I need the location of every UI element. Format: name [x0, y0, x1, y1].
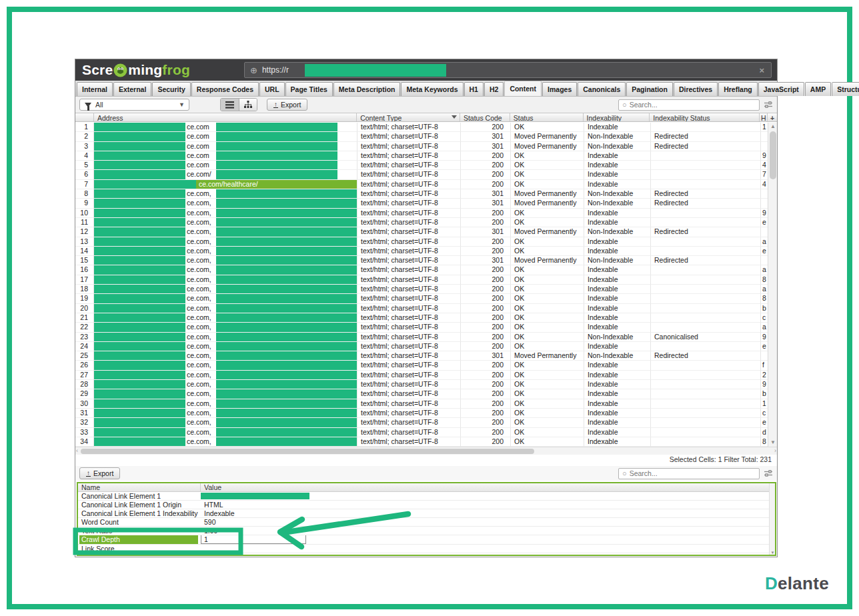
address-column-header[interactable]: Address — [94, 113, 357, 121]
status-code-cell[interactable]: 301 — [461, 199, 511, 208]
status-code-cell[interactable]: 200 — [461, 247, 511, 256]
tree-view-button[interactable] — [239, 99, 257, 111]
indexability-cell[interactable]: Non-Indexable — [584, 351, 651, 361]
indexability-status-cell[interactable]: Redirected — [651, 227, 761, 237]
table-row[interactable]: 21ce.com,text/html; charset=UTF-8200OKIn… — [75, 313, 769, 323]
status-cell[interactable]: OK — [511, 237, 584, 247]
content-type-column-header[interactable]: Content Type — [357, 113, 460, 121]
indexability-status-cell[interactable]: Redirected — [651, 189, 761, 199]
row-number-cell[interactable]: 32 — [75, 418, 94, 427]
export-button[interactable]: ↑ Export — [267, 99, 307, 111]
row-number-cell[interactable]: 27 — [75, 371, 94, 380]
content-type-cell[interactable]: text/html; charset=UTF-8 — [357, 275, 461, 285]
status-code-cell[interactable]: 200 — [461, 380, 511, 389]
indexability-status-column-header[interactable]: Indexability Status — [650, 113, 760, 121]
row-number-cell[interactable]: 2 — [75, 132, 94, 141]
detail-row[interactable]: Canonical Link Element 1 IndexabilityInd… — [78, 509, 775, 518]
indexability-status-cell[interactable] — [651, 389, 761, 399]
content-type-cell[interactable]: text/html; charset=UTF-8 — [357, 209, 461, 218]
status-code-cell[interactable]: 200 — [461, 313, 511, 323]
table-row[interactable]: 18ce.com,text/html; charset=UTF-8200OKIn… — [75, 285, 769, 294]
status-code-cell[interactable]: 200 — [461, 389, 511, 399]
row-number-cell[interactable]: 31 — [75, 409, 94, 418]
content-type-cell[interactable]: text/html; charset=UTF-8 — [357, 237, 461, 247]
row-number-cell[interactable]: 26 — [75, 361, 94, 370]
detail-name-header[interactable]: Name — [78, 483, 201, 491]
address-cell[interactable]: ce.com, — [94, 380, 357, 389]
status-code-cell[interactable]: 200 — [461, 418, 511, 427]
tab-h1[interactable]: H1 — [464, 82, 484, 96]
table-row[interactable]: 31ce.com,text/html; charset=UTF-8200OKIn… — [75, 409, 769, 418]
tab-url[interactable]: URL — [259, 82, 285, 96]
indexability-cell[interactable]: Indexable — [584, 409, 651, 418]
indexability-status-cell[interactable] — [651, 380, 761, 389]
tab-structured-data[interactable]: Structured Data — [832, 82, 859, 96]
status-cell[interactable]: OK — [511, 323, 584, 332]
horizontal-scroll-thumb[interactable] — [81, 449, 534, 454]
status-code-cell[interactable]: 200 — [461, 399, 511, 409]
row-number-cell[interactable]: 15 — [75, 256, 94, 265]
status-cell[interactable]: OK — [511, 418, 584, 427]
indexability-status-cell[interactable] — [651, 323, 761, 332]
status-cell[interactable]: OK — [511, 218, 584, 227]
status-code-cell[interactable]: 301 — [461, 351, 511, 361]
indexability-status-cell[interactable] — [651, 313, 761, 323]
address-cell[interactable]: ce.com, — [94, 428, 357, 437]
status-code-cell[interactable]: 200 — [461, 437, 511, 447]
content-type-cell[interactable]: text/html; charset=UTF-8 — [357, 161, 461, 170]
address-cell[interactable]: ce.com, — [94, 237, 357, 247]
status-cell[interactable]: OK — [511, 180, 584, 189]
detail-export-button[interactable]: ↑ Export — [79, 467, 120, 479]
address-cell[interactable]: ce.com, — [94, 209, 357, 218]
row-number-cell[interactable]: 22 — [75, 323, 94, 332]
status-code-cell[interactable]: 200 — [461, 218, 511, 227]
indexability-status-cell[interactable] — [651, 237, 761, 247]
address-cell[interactable]: ce.com, — [94, 437, 357, 447]
indexability-cell[interactable]: Indexable — [584, 313, 651, 323]
address-cell[interactable]: ce.com, — [94, 389, 357, 399]
address-cell[interactable]: ce.com, — [94, 323, 357, 332]
address-cell[interactable]: ce.com, — [94, 218, 357, 227]
content-type-cell[interactable]: text/html; charset=UTF-8 — [357, 218, 461, 227]
row-number-cell[interactable]: 25 — [75, 351, 94, 361]
row-number-cell[interactable]: 17 — [75, 275, 94, 285]
content-type-cell[interactable]: text/html; charset=UTF-8 — [357, 256, 461, 265]
status-cell[interactable]: OK — [511, 409, 584, 418]
indexability-status-cell[interactable]: Redirected — [651, 199, 761, 208]
table-row[interactable]: 5ce.comtext/html; charset=UTF-8200OKInde… — [75, 161, 769, 170]
tab-meta-keywords[interactable]: Meta Keywords — [401, 82, 463, 96]
status-cell[interactable]: OK — [511, 313, 584, 323]
table-row[interactable]: 30ce.com,text/html; charset=UTF-8200OKIn… — [75, 399, 769, 409]
row-number-cell[interactable]: 1 — [75, 123, 94, 132]
indexability-status-cell[interactable]: Canonicalised — [651, 333, 761, 342]
indexability-status-cell[interactable] — [651, 209, 761, 218]
table-row[interactable]: 22ce.com,text/html; charset=UTF-8200OKIn… — [75, 323, 769, 332]
status-cell[interactable]: OK — [511, 209, 584, 218]
detail-filter-settings-icon[interactable] — [764, 469, 773, 478]
indexability-status-cell[interactable] — [651, 285, 761, 294]
status-code-cell[interactable]: 200 — [461, 428, 511, 437]
table-row[interactable]: 33ce.com,text/html; charset=UTF-8200OKIn… — [75, 428, 769, 437]
indexability-cell[interactable]: Indexable — [584, 342, 651, 351]
indexability-cell[interactable]: Indexable — [584, 437, 651, 447]
address-cell[interactable]: ce.com/ — [94, 170, 357, 179]
indexability-status-cell[interactable] — [651, 399, 761, 409]
status-cell[interactable]: OK — [511, 389, 584, 399]
indexability-cell[interactable]: Non-Indexable — [584, 256, 651, 265]
tab-security[interactable]: Security — [152, 82, 190, 96]
indexability-cell[interactable]: Non-Indexable — [584, 189, 651, 199]
status-cell[interactable]: OK — [511, 304, 584, 313]
tab-javascript[interactable]: JavaScript — [758, 82, 804, 96]
table-row[interactable]: 15ce.com,text/html; charset=UTF-8301Move… — [75, 256, 769, 265]
status-code-cell[interactable]: 200 — [461, 409, 511, 418]
indexability-cell[interactable]: Non-Indexable — [584, 227, 651, 237]
status-code-cell[interactable]: 200 — [461, 333, 511, 342]
status-code-cell[interactable]: 200 — [461, 209, 511, 218]
scroll-right-icon[interactable]: › — [774, 447, 776, 455]
content-type-cell[interactable]: text/html; charset=UTF-8 — [357, 151, 461, 161]
tab-directives[interactable]: Directives — [674, 82, 718, 96]
detail-search-input[interactable] — [630, 469, 759, 477]
indexability-status-cell[interactable] — [651, 161, 761, 170]
row-number-cell[interactable]: 14 — [75, 247, 94, 256]
indexability-status-cell[interactable] — [651, 123, 761, 132]
